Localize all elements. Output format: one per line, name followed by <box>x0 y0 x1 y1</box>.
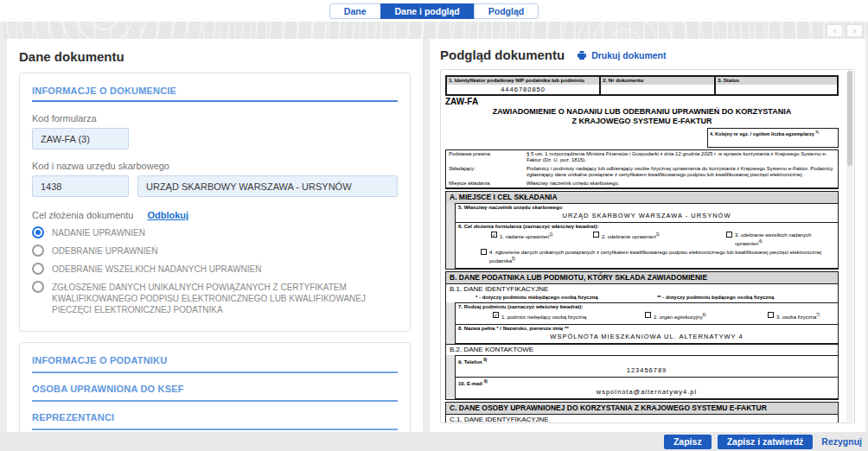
radio-odebranie-wszelkich[interactable]: ODEBRANIE WSZELKICH NADANYCH UPRAWNIEŃ <box>32 263 398 275</box>
checkbox-icon <box>726 232 732 238</box>
form-code: ZAW-FA <box>445 98 839 106</box>
field-label: 1. Identyfikator podatkowy NIP podatnika… <box>447 77 599 85</box>
document-info-card: INFORMACJE O DOKUMENCIE Kod formularza K… <box>19 73 411 332</box>
checkbox-nadanie-uprawnien: 1. nadanie uprawnień2) <box>491 232 593 240</box>
field-kolejny-nr-egz: 4. Kolejny nr egz. / ogółem liczba egzem… <box>707 128 839 148</box>
print-link-label: Drukuj dokument <box>591 50 666 60</box>
field-nip: 1. Identyfikator podatkowy NIP podatnika… <box>447 77 601 94</box>
print-document-link[interactable]: Drukuj dokument <box>577 50 666 60</box>
field-10-email: 10. E-mail 9) wspolnota@alternatywy4.pl <box>455 377 839 399</box>
field-7-rodzaj-podmiotu: 7. Rodzaj podmiotu (zaznaczyć właściwy k… <box>455 302 839 325</box>
field-label: 4. Kolejny nr egz. / ogółem liczba egzem… <box>708 129 838 137</box>
action-bar: Zapisz Zapisz i zatwierdź Rezygnuj <box>0 432 868 451</box>
checkbox-icon <box>493 312 499 318</box>
radio-icon <box>32 245 44 257</box>
document-data-panel: Dane dokumentu INFORMACJE O DOKUMENCIE K… <box>7 39 423 432</box>
section-c-header: C. DANE OSOBY UPRAWNIONEJ DO KORZYSTANIA… <box>445 402 839 415</box>
tab-dane[interactable]: Dane <box>329 3 381 19</box>
scrollbar-thumb[interactable] <box>847 71 852 166</box>
field-label: 2. Nr dokumentu <box>601 77 714 85</box>
field-value <box>601 85 714 94</box>
form-code-label: Kod formularza <box>32 113 398 124</box>
checkbox-odebranie-uprawnien: 2. odebranie uprawnień3) <box>593 232 726 240</box>
preview-scrollbar[interactable] <box>846 71 853 422</box>
field-value <box>708 137 838 147</box>
section-b2-body: 9. Telefon 8) 123456789 10. E-mail 9) ws… <box>445 355 839 400</box>
legal-basis-box: Podstawa prawna: § 5 ust. 1 rozporządzen… <box>445 149 839 190</box>
top-tab-bar: Dane Dane i podgląd Podgląd <box>0 0 868 22</box>
form-title-line2: Z KRAJOWEGO SYSTEMU E-FAKTUR <box>445 117 839 126</box>
field-8-nazwa-pelna: 8. Nazwa pełna * / Nazwisko, pierwsze im… <box>455 324 839 344</box>
radio-label: NADANIE UPRAWNIEŃ <box>52 226 145 238</box>
field-6-cel-zlozenia: 6. Cel złożenia formularza (zaznaczyć wł… <box>455 222 839 269</box>
checkbox-icon <box>768 312 774 318</box>
checkbox-icon <box>645 312 651 318</box>
checkbox-icon <box>593 232 599 238</box>
checkbox-icon <box>491 232 497 238</box>
tab-podglad[interactable]: Podgląd <box>474 3 539 19</box>
checkbox-zgloszenie-danych: 4. zgłoszenie danych unikalnych powiązan… <box>481 249 835 264</box>
radio-icon <box>32 226 44 238</box>
radio-icon <box>32 281 44 293</box>
checkbox-row: 1. podmiot niebędący osobą fizyczną 2. o… <box>458 312 835 321</box>
pager-nav: ‹ › <box>827 24 863 37</box>
view-tabs: Dane Dane i podgląd Podgląd <box>329 3 539 19</box>
form-title: ZAWIADOMIENIE O NADANIU LUB ODEBRANIU UP… <box>445 107 839 126</box>
prev-button[interactable]: ‹ <box>827 24 843 37</box>
section-b-header: B. DANE PODATNIKA LUB PODMIOTU, KTÓRY SK… <box>445 271 839 284</box>
form-header-row: 1. Identyfikator podatkowy NIP podatnika… <box>445 75 839 96</box>
office-code-input[interactable] <box>32 175 129 197</box>
field-status: 3. Status <box>716 77 837 94</box>
print-icon <box>577 50 587 60</box>
office-row <box>32 175 398 197</box>
preview-title-row: Podgląd dokumentu Drukuj dokument <box>440 48 855 62</box>
radio-label: ODEBRANIE WSZELKICH NADANYCH UPRAWNIEŃ <box>52 263 261 275</box>
field-value: 4446780850 <box>447 85 599 94</box>
main-content: Dane dokumentu INFORMACJE O DOKUMENCIE K… <box>7 39 865 432</box>
checkbox-osoba-fizyczna: 3. osoba fizyczna7) <box>768 312 835 321</box>
save-button[interactable]: Zapisz <box>664 435 712 449</box>
section-header-informacje-o-podatniku[interactable]: INFORMACJE O PODATNIKU <box>32 345 398 373</box>
office-name-input[interactable] <box>137 175 398 197</box>
checkbox-organ-egzekucyjny: 2. organ egzekucyjny6) <box>645 312 768 321</box>
form-title-line1: ZAWIADOMIENIE O NADANIU LUB ODEBRANIU UP… <box>445 107 839 117</box>
checkbox-odebranie-wszelkich: 3. odebranie wszelkich nadanych uprawnie… <box>726 232 835 247</box>
section-header-informacje-o-dokumencie[interactable]: INFORMACJE O DOKUMENCIE <box>32 86 398 102</box>
cancel-link[interactable]: Rezygnuj <box>821 436 862 447</box>
section-a-body: 5. Właściwy naczelnik urzędu skarbowego … <box>445 203 839 270</box>
field-nr-dokumentu: 2. Nr dokumentu <box>601 77 716 94</box>
chevron-left-icon: ‹ <box>833 26 836 35</box>
collapsed-sections-card: INFORMACJE O PODATNIKU OSOBA UPRAWNIONA … <box>19 342 411 432</box>
checkbox-row: 4. zgłoszenie danych unikalnych powiązan… <box>458 249 835 264</box>
form-code-input[interactable] <box>32 128 129 149</box>
section-c1-title-row: C.1. DANE IDENTYFIKACYJNE <box>445 414 839 423</box>
office-label: Kod i nazwa urzędu skarbowego <box>32 161 398 171</box>
preview-title: Podgląd dokumentu <box>440 48 565 62</box>
checkbox-podmiot-niebedacy: 1. podmiot niebędący osobą fizyczną <box>493 312 645 321</box>
legal-row: Podstawa prawna: § 5 ust. 1 rozporządzen… <box>446 150 838 165</box>
field-5-naczelnik: 5. Właściwy naczelnik urzędu skarbowego … <box>455 203 839 223</box>
legend-row: * - dotyczy podmiotu niebędącego osobą f… <box>450 294 834 302</box>
next-button[interactable]: › <box>846 24 863 37</box>
section-b1-body: 7. Rodzaj podmiotu (zaznaczyć właściwy k… <box>445 302 839 345</box>
zaw-fa-form: 1. Identyfikator podatkowy NIP podatnika… <box>445 75 839 423</box>
header-band: ‹ › <box>0 22 868 39</box>
checkbox-row: 1. nadanie uprawnień2) 2. odebranie upra… <box>458 232 835 247</box>
radio-icon <box>32 263 44 275</box>
chevron-right-icon: › <box>853 26 856 35</box>
field-label: 3. Status <box>716 77 837 85</box>
save-and-approve-button[interactable]: Zapisz i zatwierdź <box>718 435 814 449</box>
section-b2-title-row: B.2. DANE KONTAKTOWE <box>445 344 839 356</box>
radio-label: ODEBRANIE UPRAWNIEŃ <box>52 245 157 257</box>
left-panel-title: Dane dokumentu <box>19 49 411 64</box>
radio-zgloszenie-danych[interactable]: ZGŁOSZENIE DANYCH UNIKALNYCH POWIĄZANYCH… <box>32 281 398 315</box>
radio-odebranie-uprawnien[interactable]: ODEBRANIE UPRAWNIEŃ <box>32 245 398 257</box>
section-b1-title-row: B.1. DANE IDENTYFIKACYJNE * - dotyczy po… <box>445 283 839 303</box>
section-header-osoba-uprawniona-do-ksef[interactable]: OSOBA UPRAWNIONA DO KSEF <box>32 373 398 402</box>
tab-dane-i-podglad[interactable]: Dane i podgląd <box>380 3 475 19</box>
legal-row: Miejsce składania: Właściwy naczelnik ur… <box>446 180 838 188</box>
section-header-reprezentanci[interactable]: REPREZENTANCI <box>32 402 398 430</box>
legal-row: Składający: Podatnicy i podmioty nadając… <box>446 165 838 180</box>
radio-nadanie-uprawnien[interactable]: NADANIE UPRAWNIEŃ <box>32 226 398 238</box>
unlock-link[interactable]: Odblokuj <box>147 210 188 220</box>
